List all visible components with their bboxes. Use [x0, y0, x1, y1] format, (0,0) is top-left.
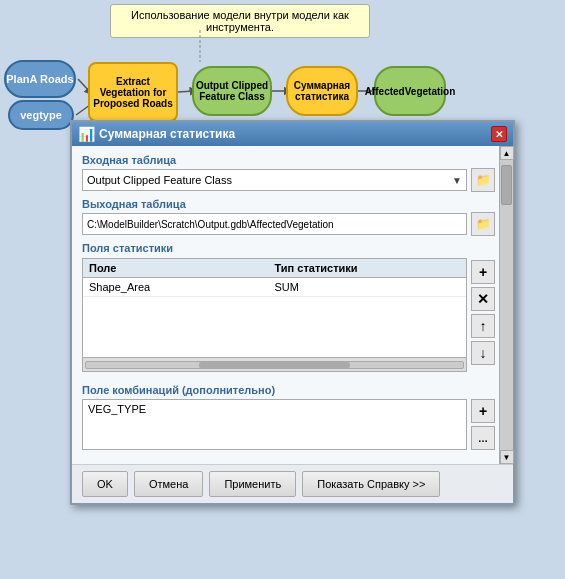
- move-up-button[interactable]: ↑: [471, 314, 495, 338]
- combo-label: Поле комбинаций (дополнительно): [82, 384, 495, 396]
- input-table-value: Output Clipped Feature Class: [87, 174, 232, 186]
- col-type-header: Тип статистики: [275, 262, 461, 274]
- output-table-row: C:\ModelBuilder\Scratch\Output.gdb\Affec…: [82, 212, 495, 236]
- dialog-footer: OK Отмена Применить Показать Справку >>: [72, 464, 513, 503]
- scroll-thumb: [501, 165, 512, 205]
- apply-button[interactable]: Применить: [209, 471, 296, 497]
- output-table-input[interactable]: C:\ModelBuilder\Scratch\Output.gdb\Affec…: [82, 213, 467, 235]
- ok-button[interactable]: OK: [82, 471, 128, 497]
- dialog-summary-stats: 📊 Суммарная статистика ✕ Входная таблица…: [70, 120, 515, 505]
- move-down-button[interactable]: ↓: [471, 341, 495, 365]
- node-output[interactable]: Output Clipped Feature Class: [192, 66, 272, 116]
- stats-header: Поле Тип статистики: [83, 259, 466, 278]
- dialog-close-button[interactable]: ✕: [491, 126, 507, 142]
- dialog-title: Суммарная статистика: [99, 127, 235, 141]
- folder-icon: 📁: [476, 173, 491, 187]
- output-table-label: Выходная таблица: [82, 198, 495, 210]
- table-row[interactable]: Shape_Area SUM: [83, 278, 466, 297]
- remove-row-button[interactable]: ✕: [471, 287, 495, 311]
- combo-section: Поле комбинаций (дополнительно) VEG_TYPE…: [82, 384, 495, 450]
- dialog-icon: 📊: [78, 126, 95, 142]
- stats-grid: Поле Тип статистики Shape_Area SUM: [82, 258, 467, 372]
- combo-input[interactable]: VEG_TYPE: [82, 399, 467, 450]
- scroll-up-button[interactable]: ▲: [500, 146, 514, 160]
- combo-more-button[interactable]: …: [471, 426, 495, 450]
- add-row-button[interactable]: +: [471, 260, 495, 284]
- stats-empty-area: [83, 297, 466, 357]
- col-field-header: Поле: [89, 262, 275, 274]
- row-field-value: Shape_Area: [89, 281, 275, 293]
- stats-side-buttons: + ✕ ↑ ↓: [471, 258, 495, 378]
- help-button[interactable]: Показать Справку >>: [302, 471, 440, 497]
- combo-input-area: VEG_TYPE + …: [82, 399, 495, 450]
- stats-fields-label: Поля статистики: [82, 242, 495, 254]
- combo-add-button[interactable]: +: [471, 399, 495, 423]
- stats-horizontal-scrollbar[interactable]: [83, 357, 466, 371]
- folder-icon-2: 📁: [476, 217, 491, 231]
- stats-section: Поле Тип статистики Shape_Area SUM: [82, 258, 495, 378]
- input-table-browse-button[interactable]: 📁: [471, 168, 495, 192]
- tooltip-text: Использование модели внутри модели как и…: [131, 9, 349, 33]
- node-plana[interactable]: PlanA Roads: [4, 60, 76, 98]
- scrollbar-thumb: [199, 362, 350, 368]
- node-affected[interactable]: AffectedVegetation: [374, 66, 446, 116]
- output-table-browse-button[interactable]: 📁: [471, 212, 495, 236]
- dropdown-arrow-icon: ▼: [452, 175, 462, 186]
- scroll-down-button[interactable]: ▼: [500, 450, 514, 464]
- row-type-value: SUM: [275, 281, 461, 293]
- cancel-button[interactable]: Отмена: [134, 471, 203, 497]
- input-table-dropdown[interactable]: Output Clipped Feature Class ▼: [82, 169, 467, 191]
- stats-table: Поле Тип статистики Shape_Area SUM: [82, 258, 467, 378]
- dialog-titlebar: 📊 Суммарная статистика ✕: [72, 122, 513, 146]
- dialog-scrollbar[interactable]: ▲ ▼: [499, 146, 513, 464]
- node-summary[interactable]: Суммарная статистика: [286, 66, 358, 116]
- node-vegtype[interactable]: vegtype: [8, 100, 74, 130]
- node-extract[interactable]: Extract Vegetation for Proposed Roads: [88, 62, 178, 122]
- scrollbar-track: [85, 361, 464, 369]
- tooltip-box: Использование модели внутри модели как и…: [110, 4, 370, 38]
- input-table-label: Входная таблица: [82, 154, 495, 166]
- scroll-track: [500, 160, 513, 450]
- input-table-row: Output Clipped Feature Class ▼ 📁: [82, 168, 495, 192]
